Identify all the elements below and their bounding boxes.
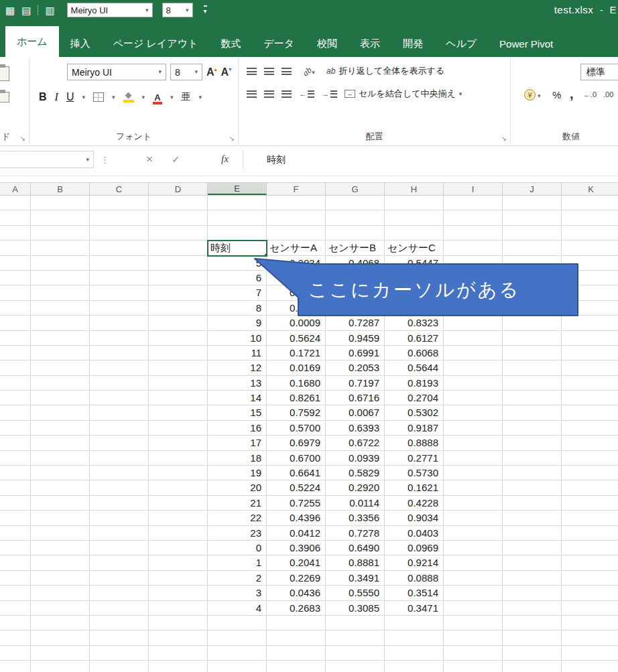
cell[interactable] [444, 196, 503, 210]
cell[interactable] [149, 601, 208, 616]
cell[interactable] [31, 421, 90, 435]
cell[interactable] [562, 210, 618, 225]
cell[interactable]: 0.8193 [385, 376, 444, 391]
cancel-icon[interactable]: × [146, 153, 153, 166]
cell[interactable] [0, 630, 31, 645]
cell[interactable]: 0.4396 [267, 511, 326, 525]
cell[interactable] [31, 555, 90, 570]
cell[interactable] [149, 346, 208, 360]
cell[interactable]: 0.2041 [267, 555, 326, 570]
cell[interactable] [208, 210, 267, 225]
cell[interactable]: 8 [208, 301, 267, 316]
cell[interactable] [149, 271, 208, 285]
cell[interactable]: 0.0114 [326, 496, 385, 511]
cell[interactable]: 0.1680 [267, 376, 326, 391]
cell[interactable] [444, 331, 503, 346]
cell[interactable] [562, 405, 618, 420]
cell[interactable]: センサーA [267, 241, 326, 255]
column-header-C[interactable]: C [90, 183, 149, 195]
cell[interactable] [90, 256, 149, 271]
cell[interactable]: 0.3085 [326, 601, 385, 616]
cell[interactable]: 0.0403 [385, 526, 444, 541]
cell[interactable] [31, 616, 90, 630]
cell[interactable] [0, 301, 31, 316]
tab-help[interactable]: ヘルプ [434, 30, 488, 57]
cell[interactable]: 0.2771 [385, 451, 444, 466]
tab-data[interactable]: データ [252, 30, 306, 57]
cell[interactable] [267, 226, 326, 241]
cell[interactable] [0, 466, 31, 480]
cell[interactable] [562, 616, 618, 630]
cell[interactable] [503, 555, 562, 570]
cell[interactable] [562, 226, 618, 241]
book-icon[interactable]: ▤ [21, 5, 31, 15]
cell[interactable] [149, 480, 208, 495]
cell[interactable] [149, 511, 208, 525]
align-right-icon[interactable] [282, 90, 292, 98]
cell[interactable] [444, 226, 503, 241]
cell[interactable] [0, 541, 31, 555]
tab-power-pivot[interactable]: Power Pivot [488, 30, 564, 57]
cell[interactable] [503, 496, 562, 511]
format-painter-icon[interactable] [0, 92, 9, 103]
cell[interactable] [503, 661, 562, 672]
cell[interactable] [149, 435, 208, 450]
cell[interactable] [562, 346, 618, 360]
fill-color-dropdown-icon[interactable]: ▾ [142, 94, 145, 100]
cell[interactable]: 19 [208, 466, 267, 480]
cell[interactable] [90, 555, 149, 570]
cell[interactable] [208, 616, 267, 630]
cell[interactable] [0, 586, 31, 600]
cell[interactable] [503, 435, 562, 450]
tab-home[interactable]: ホーム [5, 26, 59, 57]
cell[interactable] [149, 526, 208, 541]
cell[interactable] [90, 421, 149, 435]
cell[interactable] [31, 405, 90, 420]
cell[interactable] [149, 451, 208, 466]
cell[interactable] [31, 480, 90, 495]
cell[interactable]: 0.8888 [385, 435, 444, 450]
align-center-icon[interactable] [264, 90, 274, 98]
cell[interactable] [385, 661, 444, 672]
cell[interactable]: 0.5829 [326, 466, 385, 480]
cell[interactable] [562, 241, 618, 255]
cell[interactable] [208, 630, 267, 645]
cell[interactable] [503, 466, 562, 480]
underline-dropdown-icon[interactable]: ▾ [82, 94, 85, 100]
cell[interactable] [149, 210, 208, 225]
cell[interactable]: 15 [208, 405, 267, 420]
cell[interactable] [503, 541, 562, 555]
cell[interactable]: 0.5700 [267, 421, 326, 435]
insert-function-button[interactable]: fx [221, 153, 229, 165]
cell[interactable] [149, 226, 208, 241]
cell[interactable] [385, 616, 444, 630]
cell[interactable]: 0.6979 [267, 435, 326, 450]
italic-button[interactable]: I [55, 91, 58, 103]
cell[interactable] [31, 586, 90, 600]
cell[interactable] [90, 451, 149, 466]
cell[interactable] [562, 391, 618, 405]
cell[interactable] [444, 435, 503, 450]
percent-style-button[interactable]: % [552, 89, 561, 100]
cell[interactable] [149, 301, 208, 316]
font-size-combo[interactable]: 8 ▾ [170, 64, 202, 80]
cell[interactable] [149, 405, 208, 420]
cell[interactable]: 0.2704 [385, 391, 444, 405]
cell[interactable] [503, 346, 562, 360]
column-header-A[interactable]: A [0, 183, 31, 195]
cell[interactable] [0, 511, 31, 525]
cell[interactable]: 0.0067 [326, 405, 385, 420]
cell[interactable]: 0.6716 [326, 391, 385, 405]
cell[interactable] [0, 601, 31, 616]
cell[interactable]: 0.5224 [267, 480, 326, 495]
cell[interactable] [31, 571, 90, 586]
column-header-D[interactable]: D [149, 183, 208, 195]
cell[interactable] [0, 271, 31, 285]
cell[interactable]: 0.0412 [267, 526, 326, 541]
cell[interactable]: 0.3491 [326, 571, 385, 586]
cell[interactable]: 23 [208, 526, 267, 541]
cell[interactable] [31, 241, 90, 255]
cell[interactable]: 12 [208, 360, 267, 375]
cell[interactable] [149, 285, 208, 300]
cell[interactable] [0, 421, 31, 435]
